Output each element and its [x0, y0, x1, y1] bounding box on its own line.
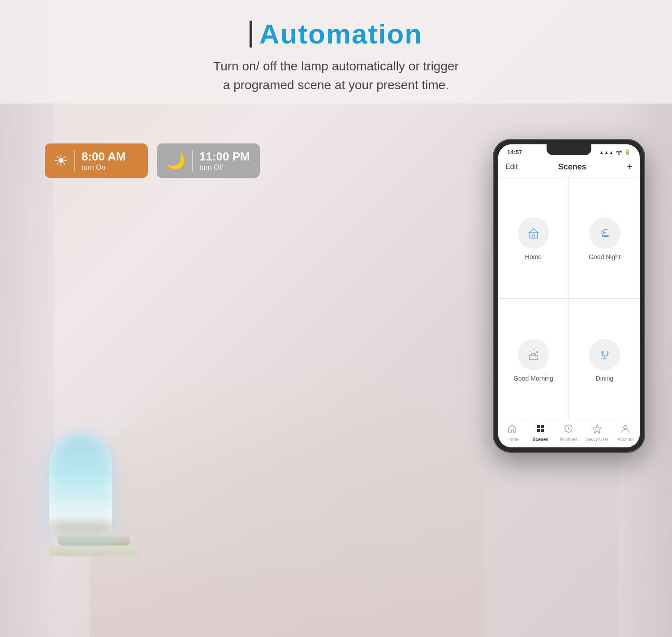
nav-savvy-icon	[592, 424, 602, 436]
nav-item-account[interactable]: Account	[614, 424, 637, 442]
phone-screen: 14:57 ▲▲▲ 🔋 Edit Scenes +	[498, 144, 640, 447]
title-row: Automation	[0, 18, 672, 50]
status-time: 14:57	[507, 149, 522, 156]
app-header: Edit Scenes +	[498, 157, 640, 178]
schedule-row: ☀ 8:00 AM turn On 🌙 11:00 PM turn Off	[45, 143, 260, 178]
home-scene-icon	[518, 217, 549, 249]
night-action: turn Off	[199, 164, 250, 172]
status-icons: ▲▲▲ 🔋	[599, 149, 631, 156]
wifi-icon	[616, 149, 623, 156]
scene-card-good-morning[interactable]: Good Morning	[498, 299, 569, 420]
scene-card-home[interactable]: Home	[498, 178, 569, 298]
edit-button[interactable]: Edit	[505, 163, 518, 171]
night-schedule-button[interactable]: 🌙 11:00 PM turn Off	[157, 143, 260, 178]
good-morning-scene-label: Good Morning	[513, 375, 553, 382]
nav-routines-label: Routines	[560, 437, 577, 442]
scene-card-good-night[interactable]: Good Night	[569, 178, 640, 298]
divider	[74, 150, 75, 172]
signal-icon: ▲▲▲	[599, 150, 614, 155]
svg-point-6	[525, 346, 541, 362]
dining-scene-icon	[589, 339, 620, 370]
phone-mockup: 14:57 ▲▲▲ 🔋 Edit Scenes +	[493, 139, 645, 453]
nav-home-label: Home	[506, 437, 518, 442]
phone-notch	[547, 144, 591, 155]
lamp-base	[58, 537, 130, 546]
bottom-nav: Home Scenes	[498, 420, 640, 447]
moon-icon: 🌙	[166, 152, 186, 170]
morning-action: turn On	[82, 164, 126, 172]
svg-rect-15	[537, 425, 540, 428]
app-title: Scenes	[558, 162, 586, 172]
nav-scenes-label: Scenes	[533, 437, 548, 442]
nav-item-scenes[interactable]: Scenes	[529, 424, 551, 442]
lamp	[49, 433, 139, 556]
good-morning-scene-icon	[518, 339, 549, 370]
title-bar-icon	[250, 21, 252, 48]
phone-frame: 14:57 ▲▲▲ 🔋 Edit Scenes +	[493, 139, 645, 453]
nav-savvy-label: Savvy User	[586, 437, 608, 442]
nav-routines-icon	[564, 424, 573, 436]
night-time: 11:00 PM	[199, 150, 250, 164]
good-night-scene-icon	[589, 217, 620, 249]
good-night-scene-label: Good Night	[589, 253, 620, 260]
nav-scenes-icon	[535, 424, 545, 436]
nav-account-label: Account	[617, 437, 633, 442]
nav-item-routines[interactable]: Routines	[557, 424, 580, 442]
battery-icon: 🔋	[625, 149, 631, 155]
lamp-body	[49, 433, 112, 537]
nav-account-icon	[620, 424, 630, 436]
header-section: Automation Turn on/ off the lamp automat…	[0, 0, 672, 104]
svg-rect-18	[541, 429, 544, 432]
night-info: 11:00 PM turn Off	[199, 150, 250, 172]
subtitle-line1: Turn on/ off the lamp automatically or t…	[213, 59, 459, 73]
sun-icon: ☀	[54, 152, 68, 170]
subtitle: Turn on/ off the lamp automatically or t…	[0, 57, 672, 95]
divider2	[192, 150, 193, 172]
subtitle-line2: a programed scene at your present time.	[223, 78, 449, 92]
morning-time: 8:00 AM	[82, 150, 126, 164]
nav-item-savvy-user[interactable]: Savvy User	[586, 424, 608, 442]
dining-scene-label: Dining	[596, 375, 614, 382]
page-title: Automation	[259, 18, 422, 50]
scene-card-dining[interactable]: Dining	[569, 299, 640, 420]
scenes-grid: Home Good Night	[498, 178, 640, 420]
svg-point-20	[624, 425, 627, 429]
svg-rect-16	[541, 425, 544, 428]
morning-info: 8:00 AM turn On	[82, 150, 126, 172]
svg-point-0	[525, 225, 541, 241]
svg-point-4	[596, 225, 612, 241]
svg-rect-17	[537, 429, 540, 432]
sleeping-background	[90, 368, 484, 637]
morning-schedule-button[interactable]: ☀ 8:00 AM turn On	[45, 143, 148, 178]
nav-item-home[interactable]: Home	[501, 424, 523, 442]
svg-point-12	[596, 346, 612, 362]
add-scene-button[interactable]: +	[627, 161, 633, 173]
home-scene-label: Home	[525, 253, 542, 260]
nav-home-icon	[507, 424, 517, 436]
lamp-surface	[49, 546, 139, 556]
